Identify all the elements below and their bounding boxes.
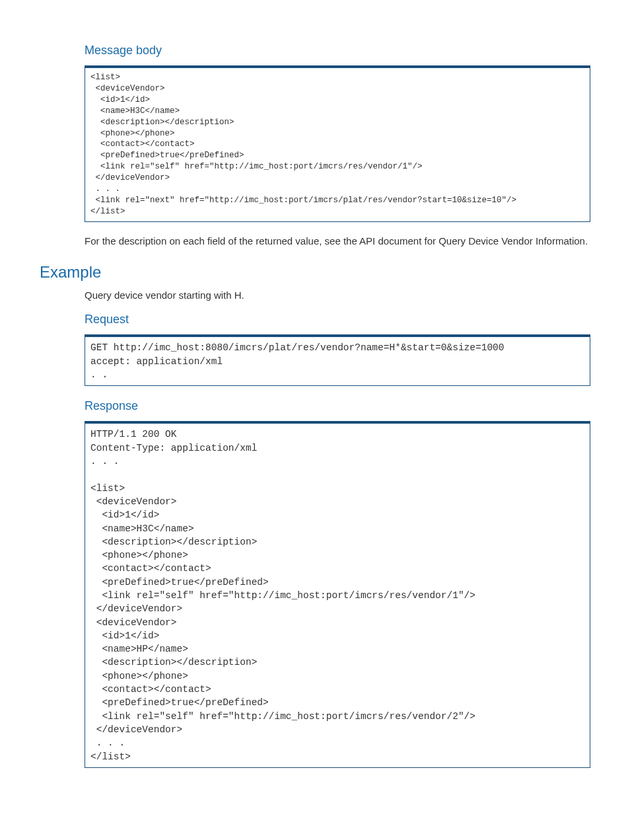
heading-example: Example	[40, 261, 590, 284]
heading-message-body: Message body	[85, 42, 590, 59]
paragraph-example-intro: Query device vendor starting with H.	[85, 288, 590, 302]
code-request: GET http://imc_host:8080/imcrs/plat/res/…	[85, 334, 590, 386]
heading-response: Response	[85, 398, 590, 414]
code-message-body: <list> <deviceVendor> <id>1</id> <name>H…	[85, 65, 590, 221]
heading-request: Request	[85, 311, 590, 328]
paragraph-desc-ref: For the description on each field of the…	[85, 234, 590, 248]
code-response: HTTP/1.1 200 OK Content-Type: applicatio…	[85, 421, 590, 767]
